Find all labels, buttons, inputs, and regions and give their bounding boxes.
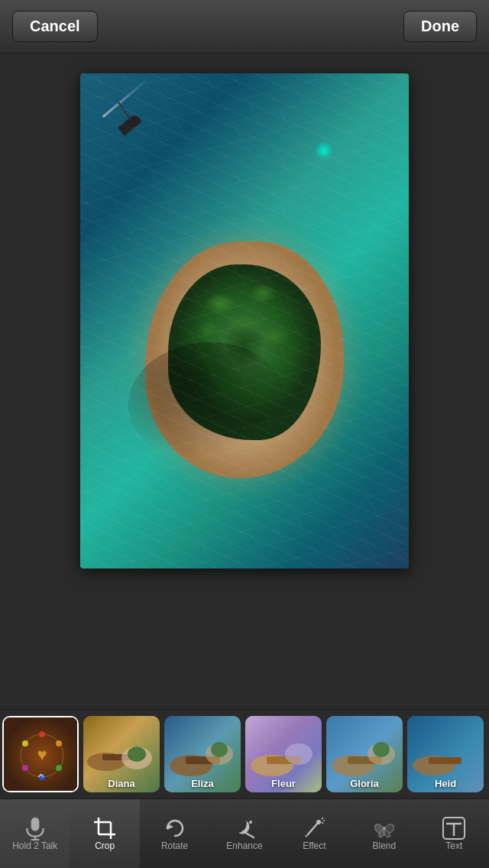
filter-strip: ♥ ⌃ xyxy=(0,709,489,799)
tool-blend[interactable]: Blend xyxy=(349,799,419,868)
filter-eliza-label: Eliza xyxy=(164,778,241,789)
tool-text[interactable]: Text xyxy=(419,799,489,868)
tool-hold2talk[interactable]: Hold 2 Talk xyxy=(0,799,70,868)
svg-text:♥: ♥ xyxy=(37,745,47,764)
svg-rect-30 xyxy=(429,757,461,764)
svg-marker-46 xyxy=(305,834,308,837)
tool-blend-label: Blend xyxy=(372,840,396,851)
tool-rotate[interactable]: Rotate xyxy=(140,799,209,868)
tool-text-label: Text xyxy=(445,840,462,851)
svg-rect-31 xyxy=(31,818,39,831)
tool-hold2talk-label: Hold 2 Talk xyxy=(12,840,57,851)
svg-point-8 xyxy=(22,740,28,747)
crop-icon xyxy=(92,816,117,840)
filter-heidi[interactable]: Heid xyxy=(407,716,484,792)
top-bar: Cancel Done xyxy=(0,0,489,53)
svg-point-42 xyxy=(316,820,321,824)
svg-line-43 xyxy=(322,818,323,819)
svg-line-45 xyxy=(322,822,323,824)
filter-fleur-label: Fleur xyxy=(245,778,322,789)
photo-frame[interactable] xyxy=(80,73,409,568)
text-icon xyxy=(442,816,466,840)
done-button[interactable]: Done xyxy=(403,11,477,42)
photo-canvas xyxy=(80,73,409,568)
filter-heidi-label: Heid xyxy=(407,778,484,789)
filter-gloria-label: Gloria xyxy=(326,778,403,789)
svg-marker-38 xyxy=(167,824,173,830)
tool-crop[interactable]: Crop xyxy=(70,799,139,868)
svg-point-3 xyxy=(39,731,45,737)
tool-enhance-label: Enhance xyxy=(226,840,262,851)
filter-diana[interactable]: Diana xyxy=(83,716,160,792)
svg-point-27 xyxy=(373,742,390,757)
mic-icon xyxy=(23,816,47,840)
tool-effect[interactable]: Effect xyxy=(280,799,349,868)
icon-row: Hold 2 Talk Crop Rotate xyxy=(0,799,489,868)
filter-diana-label: Diana xyxy=(83,778,160,789)
canvas-area xyxy=(0,53,489,588)
svg-point-47 xyxy=(383,827,386,830)
enhance-icon xyxy=(232,816,257,840)
tool-effect-label: Effect xyxy=(303,840,325,851)
filter-original[interactable]: ♥ ⌃ xyxy=(2,716,79,792)
filter-gloria[interactable]: Gloria xyxy=(326,716,403,792)
filter-fleur[interactable]: Fleur xyxy=(245,716,322,792)
svg-point-13 xyxy=(128,747,146,762)
teal-glow xyxy=(316,142,332,159)
svg-point-39 xyxy=(249,821,252,824)
island xyxy=(145,241,344,478)
effect-icon xyxy=(302,816,326,840)
boat xyxy=(118,113,142,136)
filter-eliza[interactable]: Eliza xyxy=(164,716,241,792)
svg-line-41 xyxy=(308,822,319,834)
svg-point-4 xyxy=(56,740,62,747)
svg-point-18 xyxy=(211,742,228,757)
rotate-icon xyxy=(163,816,187,840)
tool-crop-label: Crop xyxy=(95,840,115,851)
scroll-indicator: ⌃ xyxy=(35,771,47,788)
tool-rotate-label: Rotate xyxy=(161,840,188,851)
blend-icon xyxy=(372,816,397,840)
cancel-button[interactable]: Cancel xyxy=(12,11,98,42)
tool-enhance[interactable]: Enhance xyxy=(209,799,279,868)
svg-point-22 xyxy=(285,743,313,765)
bottom-toolbar: ♥ ⌃ xyxy=(0,709,489,868)
svg-point-5 xyxy=(56,765,62,771)
svg-point-7 xyxy=(22,765,28,771)
svg-line-40 xyxy=(243,831,254,837)
